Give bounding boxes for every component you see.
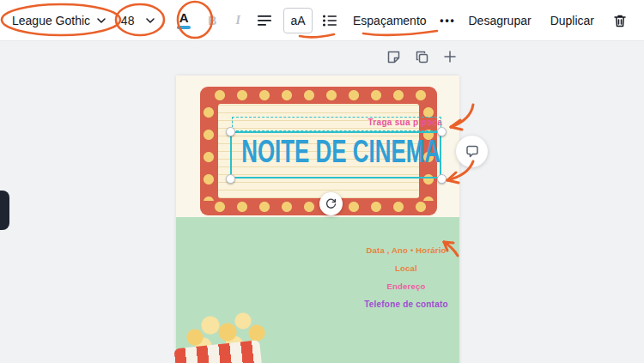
marquee-bulbs-left: [203, 101, 215, 201]
align-icon: [257, 14, 272, 27]
spacing-button[interactable]: Espaçamento: [345, 7, 434, 34]
chevron-down-icon: [97, 18, 106, 23]
add-page-button[interactable]: [440, 47, 459, 66]
poster-detail-line[interactable]: Telefone de contato: [363, 299, 449, 309]
bullet-list-icon: [322, 14, 337, 27]
toolbar-right-group: Desagrupar Duplicar: [461, 7, 634, 34]
text-case-button[interactable]: aA: [283, 8, 313, 33]
list-button[interactable]: [316, 7, 343, 34]
sidebar-collapse-handle[interactable]: [0, 191, 9, 230]
resize-handle-top-left[interactable]: [226, 127, 235, 136]
add-notes-button[interactable]: [384, 47, 403, 66]
poster-detail-line[interactable]: Endereço: [363, 281, 449, 291]
duplicate-button[interactable]: Duplicar: [544, 7, 601, 34]
copy-icon: [415, 50, 429, 64]
text-align-button[interactable]: [251, 7, 278, 34]
chevron-down-icon: [146, 18, 155, 23]
font-size-value: 48: [121, 14, 135, 27]
trash-icon: [612, 13, 628, 28]
delete-button[interactable]: [606, 7, 634, 34]
notes-icon: [386, 50, 401, 64]
text-color-letter: A: [179, 11, 189, 24]
poster-detail-line[interactable]: Data , Ano • Horário: [363, 245, 449, 255]
resize-handle-bottom-left[interactable]: [226, 174, 235, 184]
text-color-swatch: [177, 26, 191, 29]
rotate-icon: [325, 197, 337, 210]
ungroup-button[interactable]: Desagrupar: [461, 7, 538, 34]
plus-icon: [443, 50, 457, 64]
marquee-bulbs-top: [209, 89, 428, 101]
page-actions: [384, 47, 459, 66]
poster-detail-line[interactable]: Local: [363, 263, 449, 273]
more-options-button[interactable]: •••: [434, 7, 462, 34]
editor-screen: League Gothic 48 A B I aA: [0, 0, 644, 363]
design-canvas-page[interactable]: Traga sua pipoca NOITE DE CINEMA Data , …: [176, 76, 459, 363]
text-selection-box[interactable]: [230, 131, 441, 178]
comment-button[interactable]: [456, 136, 488, 167]
poster-details[interactable]: Data , Ano • HorárioLocalEndereçoTelefon…: [363, 245, 449, 318]
comment-bubble-icon: [465, 144, 480, 160]
duplicate-page-button[interactable]: [412, 47, 431, 66]
text-toolbar: League Gothic 48 A B I aA: [0, 0, 644, 41]
font-family-value: League Gothic: [12, 14, 90, 27]
marquee-bulbs-bottom: [209, 201, 428, 213]
font-family-select[interactable]: League Gothic: [10, 7, 109, 34]
rotate-handle[interactable]: [319, 192, 343, 215]
bold-button[interactable]: B: [199, 7, 225, 34]
resize-handle-top-right[interactable]: [437, 127, 447, 136]
poster-tagline-text[interactable]: Traga sua pipoca: [368, 118, 443, 127]
font-size-select[interactable]: 48: [116, 7, 160, 34]
text-color-button[interactable]: A: [170, 7, 197, 34]
italic-button[interactable]: I: [225, 7, 251, 34]
resize-handle-bottom-right[interactable]: [437, 174, 447, 184]
